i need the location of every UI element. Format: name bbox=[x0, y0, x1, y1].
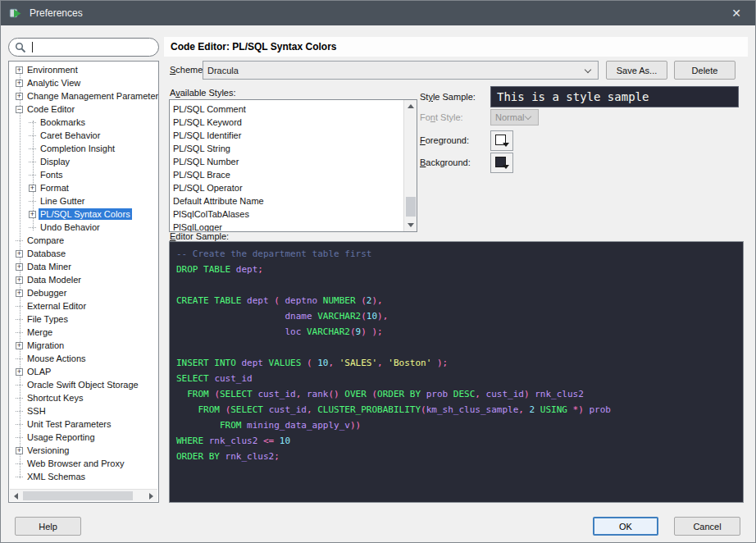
tree-item-label: Unit Test Parameters bbox=[25, 418, 113, 430]
style-list-item[interactable]: PL/SQL String bbox=[170, 142, 417, 155]
tree-item[interactable]: Web Browser and Proxy bbox=[9, 457, 158, 470]
ok-button[interactable]: OK bbox=[593, 517, 658, 536]
style-list-item[interactable]: PL/SQL Operator bbox=[170, 181, 417, 194]
search-input[interactable] bbox=[34, 39, 155, 55]
tree-item[interactable]: Caret Behavior bbox=[9, 129, 158, 142]
background-color-button[interactable] bbox=[490, 153, 513, 173]
style-list-item[interactable]: PL/SQL Brace bbox=[170, 168, 417, 181]
tree-item[interactable]: +Change Management Parameters bbox=[9, 89, 158, 103]
code-line bbox=[176, 340, 736, 355]
expand-icon[interactable]: + bbox=[16, 276, 23, 284]
tree-item-label: Change Management Parameters bbox=[25, 90, 158, 102]
tree-item[interactable]: +PL/SQL Syntax Colors bbox=[9, 208, 158, 221]
tree-item[interactable]: Mouse Actions bbox=[9, 352, 158, 365]
tree-item[interactable]: Fonts bbox=[9, 168, 158, 181]
style-sample-text: This is a style sample bbox=[497, 90, 649, 103]
editor-sample-label: Editor Sample: bbox=[170, 231, 229, 241]
tree-item-label: Completion Insight bbox=[39, 143, 116, 154]
tree-item[interactable]: Bookmarks bbox=[9, 116, 158, 129]
tree-item[interactable]: +Analytic View bbox=[9, 76, 158, 89]
code-line: dname VARCHAR2(10), bbox=[176, 308, 736, 324]
tree-item-label: Merge bbox=[25, 326, 54, 338]
tree-item-label: Bookmarks bbox=[39, 116, 87, 128]
tree-item[interactable]: File Types bbox=[9, 313, 158, 326]
scroll-down-icon[interactable] bbox=[408, 223, 414, 227]
expand-icon[interactable]: + bbox=[29, 211, 36, 218]
tree-item-label: Fonts bbox=[39, 169, 65, 180]
font-style-select: Normal bbox=[490, 109, 539, 125]
style-list-item[interactable]: PL/SQL Comment bbox=[170, 103, 417, 116]
code-line: FROM (SELECT cust_id, CLUSTER_PROBABILIT… bbox=[176, 402, 736, 418]
tree-item[interactable]: Completion Insight bbox=[9, 142, 158, 155]
tree-item[interactable]: Merge bbox=[9, 326, 158, 339]
tree-item[interactable]: External Editor bbox=[9, 299, 158, 313]
expand-icon[interactable]: + bbox=[16, 80, 23, 87]
help-button[interactable]: Help bbox=[15, 517, 81, 536]
tree-item[interactable]: SSH bbox=[9, 404, 158, 418]
scroll-up-icon[interactable] bbox=[408, 104, 414, 108]
tree-item-label: Environment bbox=[25, 64, 80, 75]
tree-item-label: Usage Reporting bbox=[25, 431, 97, 443]
tree-item[interactable]: Display bbox=[9, 155, 158, 168]
style-list-item[interactable]: PlSqlLogger bbox=[170, 221, 417, 232]
foreground-color-button[interactable] bbox=[490, 130, 513, 151]
tree-item-label: OLAP bbox=[25, 366, 52, 377]
tree-item-label: Shortcut Keys bbox=[25, 392, 84, 404]
window-title: Preferences bbox=[30, 7, 83, 19]
style-list-item[interactable]: PL/SQL Number bbox=[170, 155, 417, 168]
tree-item-label: Compare bbox=[25, 235, 66, 246]
save-as-button[interactable]: Save As... bbox=[606, 61, 667, 80]
tree-item[interactable]: +Environment bbox=[9, 63, 158, 76]
tree-item[interactable]: Compare bbox=[9, 234, 158, 247]
tree-item[interactable]: +Migration bbox=[9, 339, 158, 352]
expand-icon[interactable]: + bbox=[16, 342, 23, 349]
code-line: WHERE rnk_clus2 <= 10 bbox=[176, 433, 736, 449]
tree-item[interactable]: +Data Miner bbox=[9, 260, 158, 273]
close-icon[interactable]: ✕ bbox=[717, 1, 755, 25]
expand-icon[interactable]: + bbox=[16, 290, 23, 297]
scroll-right-icon[interactable] bbox=[149, 493, 153, 500]
cancel-button[interactable]: Cancel bbox=[674, 517, 740, 536]
tree-connector bbox=[29, 122, 36, 123]
tree-horizontal-scrollbar[interactable] bbox=[10, 489, 157, 501]
tree-item[interactable]: Shortcut Keys bbox=[9, 391, 158, 404]
tree-item[interactable]: +OLAP bbox=[9, 365, 158, 378]
tree-item-label: Analytic View bbox=[25, 77, 82, 89]
expand-icon[interactable]: + bbox=[16, 447, 23, 454]
expand-icon[interactable]: + bbox=[16, 368, 23, 376]
collapse-icon[interactable]: − bbox=[16, 106, 23, 113]
style-list-item[interactable]: PL/SQL Identifier bbox=[170, 129, 417, 142]
tree-item-label: File Types bbox=[25, 313, 70, 325]
dropdown-arrow-icon bbox=[503, 143, 509, 147]
scheme-select[interactable]: Dracula bbox=[203, 61, 599, 80]
expand-icon[interactable]: + bbox=[16, 66, 23, 74]
tree-item[interactable]: −Code Editor bbox=[9, 103, 158, 116]
scroll-left-icon[interactable] bbox=[14, 493, 18, 500]
tree-item[interactable]: +Database bbox=[9, 247, 158, 260]
tree-item[interactable]: Unit Test Parameters bbox=[9, 418, 158, 431]
tree-item[interactable]: Oracle Swift Object Storage bbox=[9, 378, 158, 391]
style-list-item[interactable]: Default Attribute Name bbox=[170, 194, 417, 208]
expand-icon[interactable]: + bbox=[16, 263, 23, 271]
expand-icon[interactable]: + bbox=[16, 250, 23, 258]
tree-item[interactable]: +Debugger bbox=[9, 286, 158, 299]
tree-item[interactable]: Undo Behavior bbox=[9, 221, 158, 234]
font-style-value: Normal bbox=[495, 112, 524, 122]
scrollbar-thumb[interactable] bbox=[406, 197, 416, 217]
tree-search-box[interactable] bbox=[8, 38, 159, 57]
tree-item-label: Display bbox=[39, 156, 71, 167]
scrollbar-thumb[interactable] bbox=[23, 491, 133, 500]
tree-item[interactable]: Line Gutter bbox=[9, 194, 158, 208]
style-list-item[interactable]: PL/SQL Keyword bbox=[170, 116, 417, 129]
tree-item[interactable]: Usage Reporting bbox=[9, 431, 158, 444]
tree-item[interactable]: +Format bbox=[9, 181, 158, 194]
tree-item[interactable]: XML Schemas bbox=[9, 470, 158, 483]
expand-icon[interactable]: + bbox=[16, 93, 23, 100]
expand-icon[interactable]: + bbox=[29, 185, 36, 192]
tree-item[interactable]: +Versioning bbox=[9, 444, 158, 457]
editor-sample-box: -- Create the department table firstDROP… bbox=[169, 241, 744, 503]
delete-button[interactable]: Delete bbox=[674, 61, 736, 80]
tree-item[interactable]: +Data Modeler bbox=[9, 273, 158, 286]
style-list-item[interactable]: PlSqlColTabAlases bbox=[170, 208, 417, 221]
styles-vertical-scrollbar[interactable] bbox=[403, 100, 417, 231]
